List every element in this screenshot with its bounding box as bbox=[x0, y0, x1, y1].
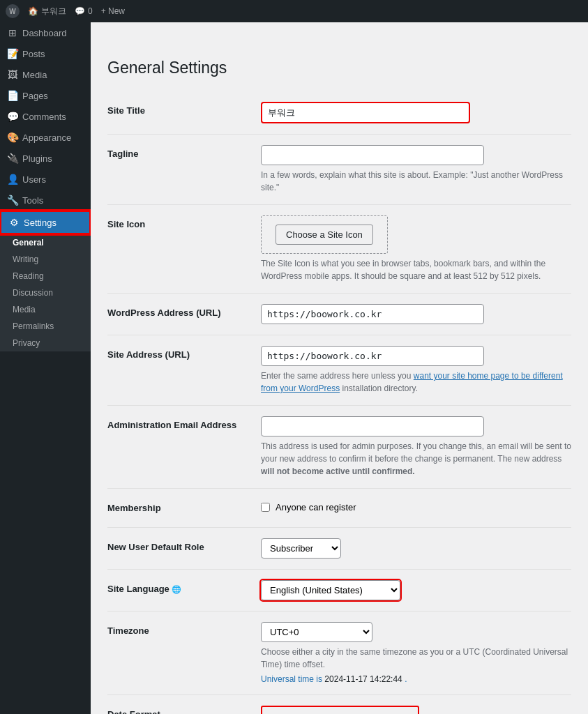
site-title-input[interactable] bbox=[261, 102, 470, 123]
site-language-select[interactable]: English (United States) 한국어 bbox=[261, 580, 400, 600]
default-role-label: New User Default Role bbox=[107, 528, 261, 570]
tagline-input[interactable] bbox=[261, 145, 484, 165]
sidebar-sub-item-general[interactable]: General bbox=[0, 234, 91, 251]
membership-cell: Anyone can register bbox=[261, 489, 571, 528]
comments-nav-icon: 💬 bbox=[7, 111, 18, 122]
sidebar-item-tools[interactable]: 🔧 Tools bbox=[0, 190, 91, 211]
site-address-link[interactable]: want your site home page to be different… bbox=[261, 371, 563, 393]
sidebar-sub-item-permalinks[interactable]: Permalinks bbox=[0, 318, 91, 335]
sidebar-item-label: Comments bbox=[22, 112, 66, 122]
site-language-label: Site Language 🌐 bbox=[107, 570, 261, 612]
sidebar-nav: ⊞ Dashboard 📝 Posts 🖼 Media 📄 Pages 💬 Co bbox=[0, 22, 91, 714]
universal-time: Universal time is 2024-11-17 14:22:44 . bbox=[261, 674, 571, 684]
sidebar-item-label: Pages bbox=[22, 91, 48, 101]
comments-link[interactable]: 💬 0 bbox=[75, 6, 93, 16]
tagline-row: Tagline In a few words, explain what thi… bbox=[107, 135, 571, 205]
language-select-wrapper: English (United States) 한국어 bbox=[261, 580, 400, 600]
universal-time-value: 2024-11-17 14:22:44 bbox=[324, 674, 402, 684]
site-name: 부워크 bbox=[41, 6, 66, 17]
site-title-cell bbox=[261, 91, 571, 135]
sidebar-sub-item-reading[interactable]: Reading bbox=[0, 268, 91, 284]
site-address-row: Site Address (URL) Enter the same addres… bbox=[107, 335, 571, 406]
sidebar-sub-item-media[interactable]: Media bbox=[0, 301, 91, 318]
plugins-icon: 🔌 bbox=[7, 153, 18, 164]
sidebar-item-media[interactable]: 🖼 Media bbox=[0, 64, 91, 85]
date-format-cell: November 17, 2024 F j, Y 2024-11-17 Y-m-… bbox=[261, 695, 571, 715]
sidebar-item-label: Users bbox=[22, 174, 46, 185]
new-label: + New bbox=[101, 6, 125, 16]
site-name-link[interactable]: 🏠 부워크 bbox=[28, 6, 66, 17]
admin-email-label: Administration Email Address bbox=[107, 406, 261, 489]
date-format-box: November 17, 2024 F j, Y 2024-11-17 Y-m-… bbox=[261, 706, 419, 714]
top-admin-bar: W 🏠 부워크 💬 0 + New bbox=[0, 0, 588, 22]
wp-address-input[interactable] bbox=[261, 304, 484, 324]
new-content-link[interactable]: + New bbox=[101, 6, 125, 16]
sidebar-sub-item-discussion[interactable]: Discussion bbox=[0, 284, 91, 301]
sidebar-item-label: Posts bbox=[22, 49, 45, 59]
sidebar-sub-item-writing[interactable]: Writing bbox=[0, 251, 91, 268]
wp-address-cell bbox=[261, 294, 571, 335]
choose-site-icon-button[interactable]: Choose a Site Icon bbox=[276, 225, 373, 245]
site-icon-box: Choose a Site Icon bbox=[261, 215, 388, 254]
main-content-area: General Settings Site Title Tagline In a… bbox=[91, 22, 588, 714]
home-icon: 🏠 bbox=[28, 6, 38, 16]
sidebar-item-label: Settings bbox=[24, 218, 56, 228]
sidebar-item-pages[interactable]: 📄 Pages bbox=[0, 85, 91, 106]
site-address-label: Site Address (URL) bbox=[107, 335, 261, 406]
sidebar-item-plugins[interactable]: 🔌 Plugins bbox=[0, 148, 91, 169]
sidebar-item-label: Tools bbox=[22, 195, 43, 206]
membership-label: Membership bbox=[107, 489, 261, 528]
membership-checkbox-row: Anyone can register bbox=[261, 502, 571, 512]
site-icon-description: The Site Icon is what you see in browser… bbox=[261, 257, 571, 282]
comments-count: 0 bbox=[88, 6, 93, 16]
sidebar-item-label: Plugins bbox=[22, 153, 52, 164]
admin-email-row: Administration Email Address This addres… bbox=[107, 406, 571, 489]
media-icon: 🖼 bbox=[7, 69, 18, 80]
posts-icon: 📝 bbox=[7, 48, 18, 59]
sidebar-item-users[interactable]: 👤 Users bbox=[0, 169, 91, 190]
sidebar-item-appearance[interactable]: 🎨 Appearance bbox=[0, 127, 91, 148]
appearance-icon: 🎨 bbox=[7, 132, 18, 143]
site-title-field-label: Site Title bbox=[107, 105, 145, 116]
wp-logo-link[interactable]: W bbox=[6, 4, 20, 18]
settings-form-table: Site Title Tagline In a few words, expla… bbox=[107, 91, 571, 714]
tagline-description: In a few words, explain what this site i… bbox=[261, 169, 571, 194]
site-address-description: Enter the same address here unless you w… bbox=[261, 370, 571, 395]
wp-address-label: WordPress Address (URL) bbox=[107, 294, 261, 335]
admin-email-cell: This address is used for admin purposes.… bbox=[261, 406, 571, 489]
users-icon: 👤 bbox=[7, 174, 18, 185]
sidebar-item-comments[interactable]: 💬 Comments bbox=[0, 106, 91, 127]
default-role-select[interactable]: Subscriber Contributor Author Editor Adm… bbox=[261, 538, 341, 559]
wp-address-row: WordPress Address (URL) bbox=[107, 294, 571, 335]
page-title: General Settings bbox=[107, 59, 571, 77]
tagline-field-label: Tagline bbox=[107, 149, 139, 159]
pages-icon: 📄 bbox=[7, 90, 18, 101]
date-format-label: Date Format bbox=[107, 695, 261, 715]
language-icon: 🌐 bbox=[172, 585, 181, 593]
membership-checkbox[interactable] bbox=[261, 503, 270, 512]
site-title-label: Site Title bbox=[107, 91, 261, 135]
site-address-input[interactable] bbox=[261, 346, 484, 366]
sidebar-item-dashboard[interactable]: ⊞ Dashboard bbox=[0, 22, 91, 43]
tagline-label: Tagline bbox=[107, 135, 261, 205]
sidebar-item-label: Appearance bbox=[22, 132, 71, 143]
membership-checkbox-label: Anyone can register bbox=[276, 502, 356, 512]
default-role-cell: Subscriber Contributor Author Editor Adm… bbox=[261, 528, 571, 570]
site-title-row: Site Title bbox=[107, 91, 571, 135]
admin-email-input[interactable] bbox=[261, 416, 484, 436]
sidebar: ⊞ Dashboard 📝 Posts 🖼 Media 📄 Pages 💬 Co bbox=[0, 22, 91, 714]
timezone-select[interactable]: UTC+0 UTC+9 bbox=[261, 622, 372, 642]
site-icon-label: Site Icon bbox=[107, 205, 261, 294]
timezone-cell: UTC+0 UTC+9 Choose either a city in the … bbox=[261, 612, 571, 695]
sidebar-item-settings[interactable]: ⚙ Settings bbox=[0, 211, 91, 234]
site-language-cell: English (United States) 한국어 bbox=[261, 570, 571, 612]
sidebar-item-posts[interactable]: 📝 Posts bbox=[0, 43, 91, 64]
tools-icon: 🔧 bbox=[7, 195, 18, 206]
admin-email-description: This address is used for admin purposes.… bbox=[261, 440, 571, 478]
membership-row: Membership Anyone can register bbox=[107, 489, 571, 528]
sidebar-sub-item-privacy[interactable]: Privacy bbox=[0, 335, 91, 351]
settings-submenu: General Writing Reading Discussion Media… bbox=[0, 234, 91, 351]
site-address-cell: Enter the same address here unless you w… bbox=[261, 335, 571, 406]
timezone-description: Choose either a city in the same timezon… bbox=[261, 646, 571, 671]
dashboard-icon: ⊞ bbox=[7, 27, 18, 38]
